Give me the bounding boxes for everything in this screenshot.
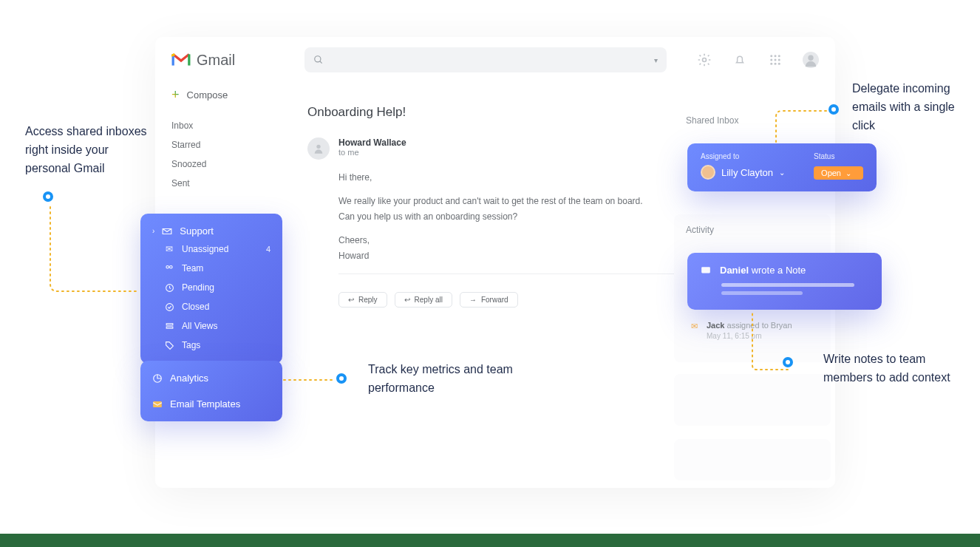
envelope-icon: ✉ [164, 244, 174, 254]
email-signature: Howard [338, 251, 369, 261]
tools-card: Analytics Email Templates [140, 361, 282, 421]
apps-grid-icon[interactable] [767, 52, 783, 68]
callout-shared-inboxes: Access shared inboxes right inside your … [25, 123, 151, 177]
forward-icon: → [469, 296, 477, 304]
template-icon [152, 399, 163, 410]
app-name: Gmail [197, 52, 235, 69]
account-avatar-icon[interactable] [803, 52, 819, 68]
note-card[interactable]: Daniel wrote a Note [687, 253, 882, 310]
plus-icon: + [171, 87, 180, 103]
forward-button[interactable]: →Forward [460, 292, 518, 308]
search-options-icon[interactable]: ▾ [654, 56, 658, 64]
email-body-line: Can you help us with an onboarding sessi… [338, 211, 517, 222]
shared-item-unassigned[interactable]: ✉ Unassigned 4 [140, 239, 282, 259]
sidebar-item-inbox[interactable]: Inbox [171, 116, 260, 135]
svg-point-2 [703, 58, 707, 62]
compose-label: Compose [187, 89, 228, 101]
search-input[interactable]: ▾ [304, 47, 667, 72]
gmail-icon [171, 52, 191, 68]
envelope-icon: ✉ [689, 321, 699, 331]
svg-point-7 [775, 59, 777, 61]
svg-rect-20 [166, 327, 173, 328]
panel-placeholder [674, 374, 831, 426]
reply-all-button[interactable]: ↩Reply all [395, 292, 452, 308]
shared-item-team[interactable]: Team [140, 259, 282, 278]
note-title: Daniel wrote a Note [720, 265, 806, 276]
activity-text: assigned to Bryan [727, 321, 792, 330]
sender-name: Howard Wallace [338, 137, 406, 148]
header-actions [696, 52, 819, 68]
assigned-to-label: Assigned to [701, 152, 785, 160]
status-selector[interactable]: Open ⌄ [814, 166, 863, 180]
email-signoff: Cheers, [338, 235, 370, 245]
gmail-logo: Gmail [171, 52, 235, 69]
assignee-selector[interactable]: Lilly Clayton ⌄ [701, 165, 785, 180]
callout-delegate: Delegate incoming emails with a single c… [852, 80, 970, 135]
email-templates-button[interactable]: Email Templates [140, 391, 282, 417]
reply-icon: ↩ [348, 296, 354, 304]
inbox-folder-icon [162, 226, 172, 237]
shared-inbox-label: Shared Inbox [686, 115, 738, 126]
unassigned-count: 4 [266, 245, 270, 254]
email-body-line: We really like your product and can't wa… [338, 196, 643, 206]
analytics-button[interactable]: Analytics [140, 365, 282, 391]
shared-item-all-views[interactable]: All Views [140, 316, 282, 336]
recipient-line: to me [338, 148, 406, 157]
callout-marker-icon [43, 191, 53, 202]
panel-placeholder [674, 439, 831, 480]
svg-point-16 [170, 266, 173, 269]
activity-label: Activity [686, 225, 714, 235]
svg-point-15 [166, 266, 169, 269]
svg-point-8 [778, 59, 780, 61]
svg-point-18 [166, 303, 173, 310]
assignment-card: Assigned to Lilly Clayton ⌄ Status Open … [687, 143, 877, 191]
reply-button[interactable]: ↩Reply [338, 292, 387, 308]
assignee-name: Lilly Clayton [721, 167, 773, 178]
svg-point-13 [808, 55, 813, 61]
shared-item-tags[interactable]: Tags [140, 336, 282, 355]
sidebar-item-sent[interactable]: Sent [171, 174, 260, 193]
svg-point-6 [770, 59, 772, 61]
chevron-down-icon: ⌄ [845, 169, 851, 177]
tag-icon [164, 340, 174, 350]
svg-point-5 [778, 55, 780, 57]
footer-bar [0, 534, 980, 547]
shared-item-closed[interactable]: Closed [140, 297, 282, 316]
people-icon [164, 263, 174, 274]
shared-inbox-header[interactable]: › Support [140, 222, 282, 239]
note-content-placeholder [721, 283, 868, 295]
status-value: Open [821, 169, 841, 177]
reply-all-icon: ↩ [404, 296, 410, 304]
svg-rect-22 [153, 401, 162, 407]
search-icon [313, 55, 324, 65]
svg-point-14 [316, 145, 320, 149]
sidebar-item-starred[interactable]: Starred [171, 135, 260, 154]
sidebar-item-snoozed[interactable]: Snoozed [171, 154, 260, 174]
svg-line-1 [320, 61, 322, 64]
activity-actor: Jack [707, 321, 724, 330]
status-label: Status [814, 152, 863, 160]
sender-avatar-icon [307, 137, 330, 160]
check-circle-icon [164, 302, 174, 312]
shared-item-pending[interactable]: Pending [140, 278, 282, 297]
shared-inbox-title: Support [180, 225, 214, 237]
callout-marker-icon [336, 373, 347, 384]
assignee-avatar-icon [701, 165, 715, 180]
compose-button[interactable]: + Compose [171, 87, 260, 103]
callout-marker-icon [828, 104, 839, 115]
clock-icon [164, 282, 174, 293]
svg-rect-19 [166, 323, 173, 325]
svg-point-9 [770, 63, 772, 65]
chevron-down-icon: ⌄ [779, 169, 785, 177]
bell-icon[interactable] [732, 52, 748, 68]
activity-timestamp: May 11, 6:15 pm [707, 332, 792, 340]
svg-point-10 [775, 63, 777, 65]
svg-point-0 [315, 56, 321, 62]
callout-marker-icon [783, 357, 793, 367]
chevron-right-icon: › [152, 227, 154, 235]
svg-point-3 [770, 55, 772, 57]
activity-item: ✉ Jack assigned to Bryan May 11, 6:15 pm [689, 321, 792, 340]
note-icon [701, 265, 711, 276]
settings-icon[interactable] [696, 52, 712, 68]
svg-point-11 [778, 63, 780, 65]
